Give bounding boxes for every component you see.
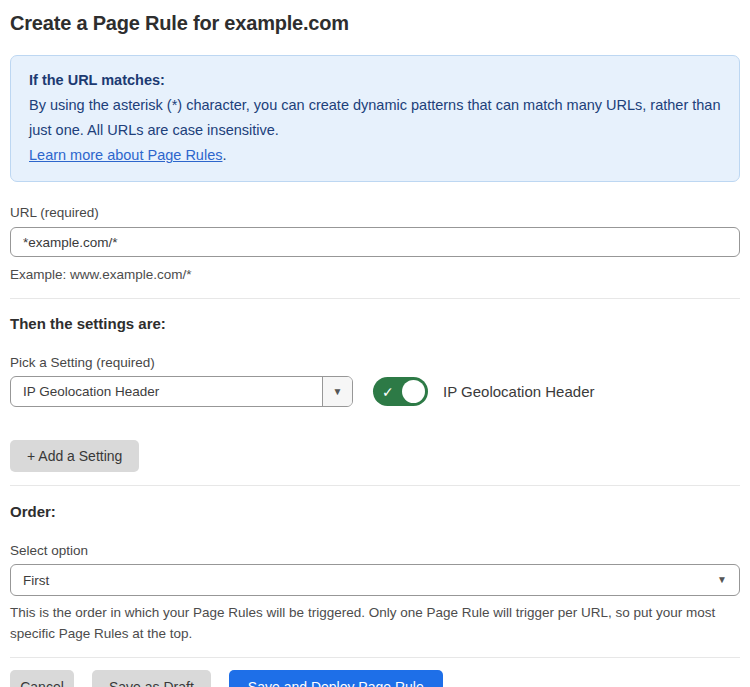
save-as-draft-button[interactable]: Save as Draft [92,670,211,687]
check-icon: ✓ [382,383,394,399]
order-select-label: Select option [10,543,740,558]
caret-down-icon: ▼ [333,387,343,397]
info-box-body: By using the asterisk (*) character, you… [29,93,721,143]
settings-section-heading: Then the settings are: [10,315,740,332]
info-box-link-line: Learn more about Page Rules. [29,143,721,168]
setting-row: IP Geolocation Header ▼ ✓ IP Geolocation… [10,376,740,407]
ip-geolocation-toggle[interactable]: ✓ [373,377,428,406]
action-button-row: Cancel Save as Draft Save and Deploy Pag… [10,670,740,687]
setting-select-value: IP Geolocation Header [11,377,322,406]
url-example-helper: Example: www.example.com/* [10,264,740,285]
setting-select-arrow-button[interactable]: ▼ [322,377,352,406]
url-input[interactable] [10,227,740,257]
url-match-info-box: If the URL matches: By using the asteris… [10,55,740,182]
setting-select[interactable]: IP Geolocation Header ▼ [10,376,353,407]
divider [10,298,740,299]
learn-more-link[interactable]: Learn more about Page Rules [29,147,222,163]
url-field-label: URL (required) [10,205,740,220]
save-and-deploy-button[interactable]: Save and Deploy Page Rule [229,670,443,687]
page-title: Create a Page Rule for example.com [10,12,740,35]
cancel-button[interactable]: Cancel [10,670,74,687]
pick-setting-label: Pick a Setting (required) [10,355,740,370]
add-setting-button[interactable]: + Add a Setting [10,440,139,472]
info-box-heading: If the URL matches: [29,68,721,93]
create-page-rule-form: Create a Page Rule for example.com If th… [0,0,750,687]
order-select-value: First [11,573,717,588]
caret-down-icon: ▼ [717,575,727,585]
order-select[interactable]: First ▼ [10,564,740,596]
order-section-heading: Order: [10,503,740,520]
divider [10,657,740,658]
toggle-knob [402,380,425,403]
divider [10,485,740,486]
order-helper-text: This is the order in which your Page Rul… [10,602,740,644]
toggle-label: IP Geolocation Header [443,383,595,400]
link-period: . [222,147,226,163]
